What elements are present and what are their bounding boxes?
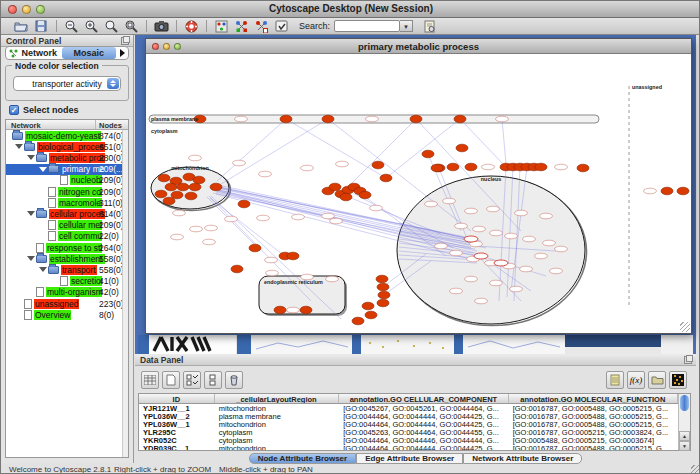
tab-node-attribute-browser[interactable]: Node Attribute Browser <box>249 453 357 464</box>
table-scroll-arrows[interactable]: ▲▼ <box>679 431 690 449</box>
select-attributes-icon[interactable] <box>183 371 201 389</box>
zoom-in-icon[interactable] <box>83 19 99 34</box>
graph-node[interactable] <box>376 275 388 283</box>
vizmapper-icon[interactable] <box>213 19 229 34</box>
graph-node-label[interactable] <box>257 215 270 221</box>
graph-node-label[interactable] <box>465 208 478 214</box>
graph-node-label[interactable] <box>515 210 528 216</box>
graph-node[interactable] <box>352 317 364 325</box>
graph-node[interactable] <box>231 265 243 273</box>
zoom-out-icon[interactable] <box>63 19 79 34</box>
graph-node-label[interactable] <box>550 268 563 274</box>
graph-node-label[interactable] <box>555 246 568 252</box>
tree-row-unassigned[interactable]: unassigned223(0) <box>6 298 123 309</box>
graph-node[interactable] <box>185 192 197 200</box>
tree-row-mosaic-demo-yeast[interactable]: mosaic-demo-yeast874(0) <box>6 130 123 141</box>
node-color-dropdown[interactable]: transporter activity <box>13 76 121 91</box>
graph-node[interactable] <box>322 115 334 123</box>
graph-node-label[interactable] <box>425 201 438 207</box>
graph-node-label[interactable] <box>443 198 456 204</box>
graph-edge[interactable] <box>460 119 506 167</box>
destroy-network-icon[interactable] <box>421 19 437 34</box>
graph-node[interactable] <box>377 283 389 291</box>
network-canvas[interactable]: plasma membranecytoplasmmitochondrionnuc… <box>146 54 691 333</box>
graph-node[interactable] <box>465 163 477 171</box>
graph-node[interactable] <box>158 174 170 182</box>
graph-node-label[interactable] <box>543 240 556 246</box>
graph-node[interactable] <box>372 161 384 169</box>
save-icon[interactable] <box>33 19 49 34</box>
graph-edge[interactable] <box>217 119 286 181</box>
graph-node-label[interactable] <box>510 286 523 292</box>
import-attributes-icon[interactable] <box>648 371 666 389</box>
graph-node[interactable] <box>677 187 689 195</box>
graph-node-label[interactable] <box>465 276 478 282</box>
column-header[interactable]: annotation.GO MOLECULAR_FUNCTION <box>509 394 678 403</box>
graph-node-label[interactable] <box>644 188 657 194</box>
graph-node-label[interactable] <box>173 210 186 216</box>
graph-node[interactable] <box>210 183 222 191</box>
graph-node-label[interactable] <box>190 226 203 232</box>
tree-row-cellular-process[interactable]: cellular process614(0) <box>6 208 123 219</box>
graph-node[interactable] <box>365 311 377 319</box>
graph-node[interactable] <box>249 244 261 252</box>
graph-node[interactable] <box>378 291 390 299</box>
tree-row-nucleobase-[interactable]: nucleobase-209(0) <box>6 175 123 186</box>
graph-node-label[interactable] <box>520 266 533 272</box>
new-network-icon[interactable] <box>253 19 269 34</box>
graph-node-label[interactable] <box>287 307 300 313</box>
old-network-icon[interactable] <box>233 19 249 34</box>
graph-node[interactable] <box>380 174 392 182</box>
graph-node-label[interactable] <box>475 298 488 304</box>
tab-network[interactable]: Network <box>6 47 61 59</box>
background-windows[interactable] <box>138 335 693 354</box>
tab-mosaic[interactable]: Mosaic <box>62 47 117 59</box>
graph-node[interactable] <box>340 193 352 201</box>
graph-node[interactable] <box>165 183 177 191</box>
graph-node-label[interactable] <box>540 213 553 219</box>
tab-edge-attribute-browser[interactable]: Edge Attribute Browser <box>356 453 463 464</box>
tree-row-secretion[interactable]: secretion41(0) <box>6 276 123 287</box>
search-dropdown-button[interactable]: ▼ <box>400 20 413 32</box>
graph-node-label[interactable] <box>490 280 503 286</box>
heatmap-icon[interactable] <box>669 371 687 389</box>
graph-node[interactable] <box>280 115 292 123</box>
graph-node-label[interactable] <box>523 236 536 242</box>
tab-scroll-right-icon[interactable] <box>120 49 125 57</box>
graph-node[interactable] <box>300 306 312 314</box>
tree-row-overview[interactable]: Overview8(0) <box>6 309 123 320</box>
graph-node[interactable] <box>535 163 547 171</box>
tree-row-response-to-stimulu[interactable]: response to stimulu264(0) <box>6 242 123 253</box>
graph-node[interactable] <box>155 190 167 198</box>
graph-node-label[interactable] <box>259 171 272 177</box>
graph-node-label[interactable] <box>370 205 383 211</box>
attribute-mode-icon[interactable] <box>204 371 222 389</box>
expander-icon[interactable] <box>27 211 35 216</box>
expander-icon[interactable] <box>27 155 35 160</box>
table-scrollbar[interactable]: ▲▼ <box>678 394 690 450</box>
tab-network-attribute-browser[interactable]: Network Attribute Browser <box>463 453 582 464</box>
graph-node-label[interactable] <box>450 250 463 256</box>
tree-row-nitrogen-compo[interactable]: nitrogen compo209(0) <box>6 186 123 197</box>
graph-edge[interactable] <box>502 119 506 164</box>
graph-node-label[interactable] <box>450 288 463 294</box>
graph-node-label[interactable] <box>505 233 518 239</box>
zoom-selected-icon[interactable] <box>103 19 119 34</box>
tree-row-biological-process[interactable]: biological_process651(0) <box>6 141 123 152</box>
graph-node-label[interactable] <box>225 216 238 222</box>
table-scrollbar-thumb[interactable] <box>680 395 689 411</box>
graph-node-label[interactable] <box>535 253 548 259</box>
graph-node-label[interactable] <box>455 223 468 229</box>
tree-row-cellular-metabol[interactable]: cellular metabol209(0) <box>6 220 123 231</box>
graph-node-label[interactable] <box>490 230 503 236</box>
graph-node-label[interactable] <box>336 161 349 167</box>
graph-hub-node[interactable] <box>494 260 508 266</box>
search-input[interactable] <box>334 20 400 32</box>
tree-row-establishment-of-lo[interactable]: establishment of lo558(0) <box>6 253 123 264</box>
graph-node[interactable] <box>362 302 374 310</box>
zoom-fit-icon[interactable] <box>123 19 139 34</box>
graph-node[interactable] <box>447 163 459 171</box>
column-header[interactable]: annotation.GO CELLULAR_COMPONENT <box>339 394 508 403</box>
graph-node[interactable] <box>431 164 443 172</box>
graph-node-label[interactable] <box>326 276 339 282</box>
